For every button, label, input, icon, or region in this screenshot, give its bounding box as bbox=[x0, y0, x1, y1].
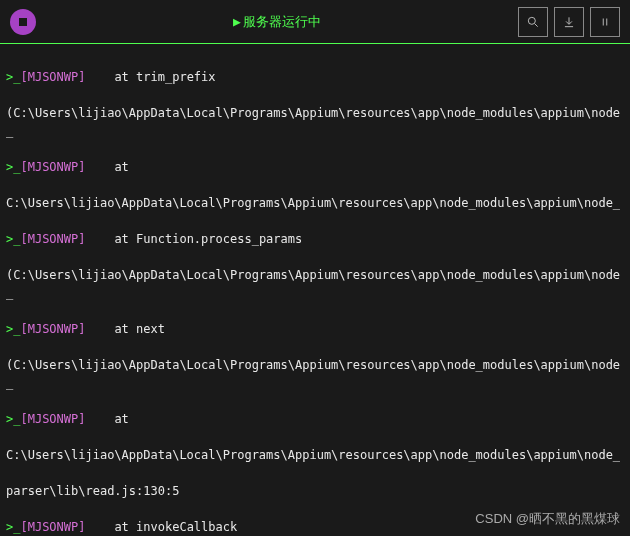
log-line: >_[MJSONWP] at bbox=[6, 158, 624, 176]
prompt-icon: >_ bbox=[6, 322, 20, 336]
log-line: >_[MJSONWP] at next bbox=[6, 320, 624, 338]
search-button[interactable] bbox=[518, 7, 548, 37]
log-text: at invokeCallback bbox=[85, 520, 237, 534]
pause-icon bbox=[598, 15, 612, 29]
download-button[interactable] bbox=[554, 7, 584, 37]
log-tag: [MJSONWP] bbox=[20, 160, 85, 174]
log-text: at next bbox=[85, 322, 164, 336]
status-label: 服务器运行中 bbox=[243, 14, 321, 29]
download-icon bbox=[562, 15, 576, 29]
log-tag: [MJSONWP] bbox=[20, 70, 85, 84]
log-text: at bbox=[85, 160, 128, 174]
log-tag: [MJSONWP] bbox=[20, 412, 85, 426]
log-tag: [MJSONWP] bbox=[20, 232, 85, 246]
log-tag: [MJSONWP] bbox=[20, 520, 85, 534]
svg-line-1 bbox=[535, 23, 538, 26]
terminal-output: >_[MJSONWP] at trim_prefix (C:\Users\lij… bbox=[0, 44, 630, 536]
log-line: >_[MJSONWP] at trim_prefix bbox=[6, 68, 624, 86]
prompt-icon: >_ bbox=[6, 232, 20, 246]
header-bar: ▶服务器运行中 bbox=[0, 0, 630, 44]
prompt-icon: >_ bbox=[6, 412, 20, 426]
prompt-icon: >_ bbox=[6, 160, 20, 174]
log-path: (C:\Users\lijiao\AppData\Local\Programs\… bbox=[6, 266, 624, 302]
log-text: at bbox=[85, 412, 128, 426]
log-path: (C:\Users\lijiao\AppData\Local\Programs\… bbox=[6, 104, 624, 140]
log-line: >_[MJSONWP] at Function.process_params bbox=[6, 230, 624, 248]
header-buttons bbox=[518, 7, 620, 37]
log-text: at Function.process_params bbox=[85, 232, 302, 246]
log-path: parser\lib\read.js:130:5 bbox=[6, 482, 624, 500]
status-text: ▶服务器运行中 bbox=[36, 13, 518, 31]
svg-point-0 bbox=[528, 17, 535, 24]
log-path: C:\Users\lijiao\AppData\Local\Programs\A… bbox=[6, 194, 624, 212]
log-line: >_[MJSONWP] at bbox=[6, 410, 624, 428]
stop-button[interactable] bbox=[10, 9, 36, 35]
stop-icon bbox=[19, 18, 27, 26]
prompt-icon: >_ bbox=[6, 70, 20, 84]
log-tag: [MJSONWP] bbox=[20, 322, 85, 336]
watermark: CSDN @晒不黑的黑煤球 bbox=[475, 510, 620, 528]
log-text: at trim_prefix bbox=[85, 70, 215, 84]
prompt-icon: >_ bbox=[6, 520, 20, 534]
log-path: (C:\Users\lijiao\AppData\Local\Programs\… bbox=[6, 356, 624, 392]
pause-button[interactable] bbox=[590, 7, 620, 37]
log-path: C:\Users\lijiao\AppData\Local\Programs\A… bbox=[6, 446, 624, 464]
search-icon bbox=[526, 15, 540, 29]
status-icon: ▶ bbox=[233, 14, 241, 29]
